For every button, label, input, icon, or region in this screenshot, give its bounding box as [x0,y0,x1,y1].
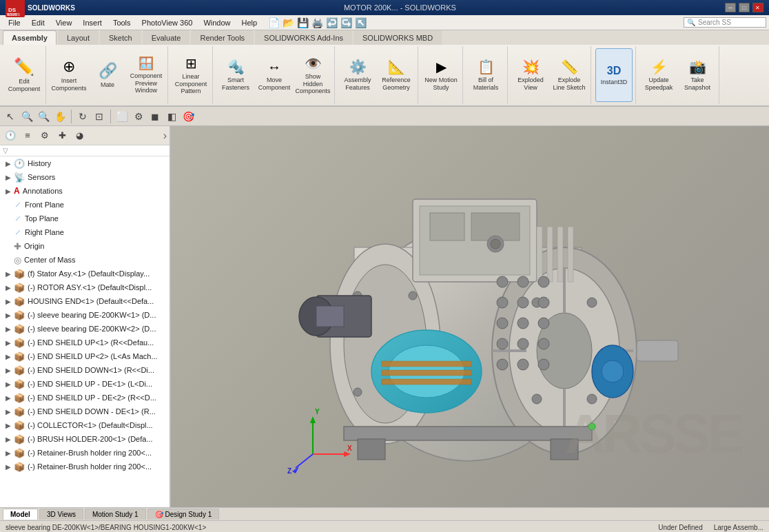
zoom-fit-tool[interactable]: ⊡ [92,109,107,124]
maximize-btn[interactable]: □ [739,3,750,12]
exploded-view-btn[interactable]: 💥 Exploded View [512,48,549,102]
insert-components-btn[interactable]: ⊕ Insert Components [50,48,88,102]
close-btn[interactable]: ✕ [752,3,763,12]
ft-item-19[interactable]: ▶📦(-) COLLECTOR<1> (Default<Displ... [0,418,170,432]
tab-3d-views[interactable]: 3D Views [39,509,83,520]
ft-item-3[interactable]: ⟋Front Plane [0,198,170,212]
minimize-btn[interactable]: ─ [725,3,736,12]
menu-edit[interactable]: Edit [26,17,50,28]
mate-icon: 🔗 [99,62,117,80]
ft-item-18[interactable]: ▶📦(-) END SHEILD DOWN - DE<1> (R... [0,405,170,418]
tab-render-tools[interactable]: Render Tools [191,30,254,45]
ft-history-btn[interactable]: 🕐 [3,128,18,143]
ft-expand-btn[interactable]: › [163,130,167,142]
feature-tree-list: ▶🕐History▶📡Sensors▶AAnnotations⟋Front Pl… [0,156,170,507]
menu-tools[interactable]: Tools [107,17,136,28]
menu-view[interactable]: View [50,17,78,28]
feature-tree-panel: 🕐 ≡ ⚙ ✚ ◕ › ▽ ▶🕐History▶📡Sensors▶AAnnota… [0,126,171,507]
ft-item-6[interactable]: ✚Origin [0,239,170,253]
svg-point-9 [409,291,417,300]
explode-line-btn[interactable]: 📏 Explode Line Sketch [551,48,588,102]
menu-window[interactable]: Window [198,17,236,28]
ft-item-5[interactable]: ⟋Right Plane [0,225,170,239]
tab-assembly[interactable]: Assembly [3,30,57,45]
ribbon-group-explode: 💥 Exploded View 📏 Explode Line Sketch [509,46,591,104]
tab-evaluate[interactable]: Evaluate [143,30,190,45]
take-snapshot-btn[interactable]: 📸 Take Snapshot [679,48,716,102]
tab-sketch[interactable]: Sketch [100,30,141,45]
rotate-tool[interactable]: ↻ [75,109,90,124]
view-settings[interactable]: ⚙ [131,109,146,124]
menu-file[interactable]: File [3,17,26,28]
select-icon[interactable]: ↖️ [355,17,367,28]
reference-geometry-btn[interactable]: 📐 Reference Geometry [378,48,415,102]
open-file-icon[interactable]: 📂 [283,17,294,28]
pan-tool[interactable]: ✋ [52,109,68,124]
ft-item-14[interactable]: ▶📦(-) END SHEILD UP<2> (L<As Mach... [0,349,170,363]
ft-item-7[interactable]: ◎Center of Mass [0,253,170,267]
ft-item-12[interactable]: ▶📦(-) sleeve bearing DE-200KW<2> (D... [0,322,170,336]
ft-item-0[interactable]: ▶🕐History [0,156,170,170]
search-box[interactable]: 🔍 Search SS [684,17,766,28]
title-bar-controls[interactable]: ─ □ ✕ [725,3,763,12]
show-hidden-btn[interactable]: 👁️ Show Hidden Components [294,48,331,102]
ft-item-4[interactable]: ⟋Top Plane [0,212,170,225]
assembly-features-label: Assembly Features [340,76,375,92]
tab-layout[interactable]: Layout [58,30,99,45]
ft-appearance-btn[interactable]: ◕ [72,128,87,143]
tab-design-study[interactable]: 🎯 Design Study 1 [147,509,220,520]
ft-propman-btn[interactable]: ≡ [20,128,35,143]
view-orientation[interactable]: 🎯 [181,109,196,124]
ft-display-btn[interactable]: ✚ [54,128,70,143]
ft-item-9[interactable]: ▶📦(-) ROTOR ASY.<1> (Default<Displ... [0,280,170,294]
ft-item-21[interactable]: ▶📦(-) Retainer-Brush holder ring 200<... [0,446,170,460]
assembly-features-btn[interactable]: ⚙️ Assembly Features [339,48,376,102]
section-view[interactable]: ◧ [164,109,179,124]
edit-component-btn[interactable]: ✏️ Edit Component [6,48,43,102]
ft-item-1[interactable]: ▶📡Sensors [0,170,170,184]
ft-item-8[interactable]: ▶📦(f) Stator Asy.<1> (Default<Display... [0,267,170,280]
ft-item-15[interactable]: ▶📦(-) END SHEILD DOWN<1> (R<<Di... [0,363,170,377]
new-motion-study-btn[interactable]: ▶ New Motion Study [422,48,460,102]
menu-help[interactable]: Help [236,17,263,28]
smart-fasteners-btn[interactable]: 🔩 Smart Fasteners [217,48,254,102]
view-front[interactable]: ⬜ [114,109,130,124]
print-icon[interactable]: 🖨️ [311,17,323,28]
new-file-icon[interactable]: 📄 [268,17,280,28]
undo-icon[interactable]: ↩️ [326,17,338,28]
ft-item-11[interactable]: ▶📦(-) sleeve bearing DE-200KW<1> (D... [0,308,170,322]
tab-model[interactable]: Model [3,509,38,520]
tab-sw-mbd[interactable]: SOLIDWORKS MBD [353,30,442,45]
update-speedpak-btn[interactable]: ⚡ Update Speedpak [640,48,677,102]
tab-motion-study[interactable]: Motion Study 1 [85,509,146,520]
move-component-btn[interactable]: ↔️ Move Component [256,48,293,102]
ft-item-20[interactable]: ▶📦(-) BRUSH HOLDER-200<1> (Defa... [0,432,170,446]
svg-point-42 [497,276,508,287]
ft-item-16[interactable]: ▶📦(-) END SHEILD UP - DE<1> (L<Di... [0,377,170,391]
ribbon-group-pattern: ⊞ Linear Component Pattern [170,46,213,104]
save-icon[interactable]: 💾 [297,17,309,28]
bill-of-materials-btn[interactable]: 📋 Bill of Materials [467,48,504,102]
mate-btn[interactable]: 🔗 Mate [89,48,126,102]
pointer-tool[interactable]: ↖ [3,109,18,124]
svg-point-48 [497,318,508,329]
ft-item-22[interactable]: ▶📦(-) Retainer-Brush holder ring 200<... [0,460,170,473]
svg-point-60 [588,423,595,430]
ft-item-13[interactable]: ▶📦(-) END SHEILD UP<1> (R<<Defau... [0,336,170,349]
ft-config-btn[interactable]: ⚙ [37,128,52,143]
ft-item-2[interactable]: ▶AAnnotations [0,184,170,198]
ft-item-10[interactable]: ▶📦HOUSING END<1> (Default<<Defa... [0,294,170,308]
edit-component-label: Edit Component [7,78,41,93]
instant3d-btn[interactable]: 3D Instant3D [595,48,633,102]
linear-pattern-btn[interactable]: ⊞ Linear Component Pattern [172,48,209,102]
redo-icon[interactable]: ↪️ [340,17,352,28]
display-style[interactable]: ◼ [147,109,163,124]
svg-point-55 [517,359,529,370]
menu-insert[interactable]: Insert [77,17,107,28]
zoom-in-tool[interactable]: 🔍 [19,109,34,124]
zoom-out-tool[interactable]: 🔍 [36,109,51,124]
menu-photoview[interactable]: PhotoView 360 [136,17,198,28]
ft-item-17[interactable]: ▶📦(-) END SHEILD UP - DE<2> (R<<D... [0,391,170,405]
component-preview-btn[interactable]: 🪟 Component Preview Window [127,48,165,102]
tab-sw-addins[interactable]: SOLIDWORKS Add-Ins [255,30,352,45]
